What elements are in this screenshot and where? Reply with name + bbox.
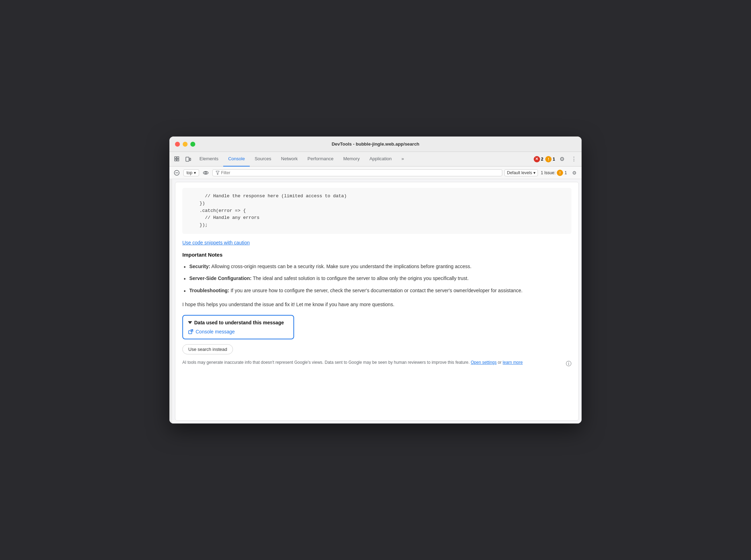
closing-text: I hope this helps you understand the iss… (182, 301, 571, 308)
learn-more-link[interactable]: learn more (503, 360, 523, 365)
console-message-link[interactable]: Console message (188, 329, 289, 334)
issue-count: 1 (564, 170, 567, 175)
note-text-security: Allowing cross-origin requests can be a … (210, 264, 472, 269)
triangle-down-icon (188, 321, 192, 324)
filter-input-wrap[interactable] (212, 169, 503, 176)
list-item: Security: Allowing cross-origin requests… (182, 263, 571, 270)
list-item: Troubleshooting: If you are unsure how t… (182, 287, 571, 294)
device-toggle-btn[interactable] (183, 154, 193, 164)
window-title: DevTools - bubble-jingle.web.app/search (331, 141, 419, 147)
default-levels-dropdown[interactable]: Default levels ▾ (504, 169, 538, 176)
data-used-title: Data used to understand this message (194, 320, 284, 325)
tab-sources[interactable]: Sources (250, 152, 276, 167)
warn-count-badge[interactable]: ! 1 (545, 156, 555, 162)
svg-rect-5 (190, 158, 191, 161)
cursor-icon-btn[interactable] (172, 154, 182, 164)
console-toolbar: top ▾ Default levels ▾ 1 Issue: ! 1 (169, 167, 582, 179)
note-text-troubleshoot: If you are unsure how to configure the s… (229, 288, 523, 293)
devtools-window: DevTools - bubble-jingle.web.app/search … (169, 137, 582, 423)
svg-rect-1 (177, 157, 179, 159)
data-used-box: Data used to understand this message Con… (182, 315, 294, 339)
clear-console-btn[interactable] (172, 168, 181, 177)
important-notes-title: Important Notes (182, 252, 571, 258)
chevron-down-icon2: ▾ (533, 170, 535, 175)
warn-icon: ! (545, 156, 552, 162)
open-settings-link[interactable]: Open settings (471, 360, 497, 365)
tab-console[interactable]: Console (223, 152, 250, 167)
disclaimer-main: AI tools may generate inaccurate info th… (182, 360, 469, 365)
chevron-down-icon: ▾ (194, 170, 196, 175)
caution-link[interactable]: Use code snippets with caution (182, 240, 250, 245)
left-sidebar (169, 179, 172, 423)
note-label-security: Security: (189, 264, 210, 269)
issue-label: 1 Issue: (541, 170, 555, 175)
console-message-label: Console message (196, 329, 235, 334)
minimize-button[interactable] (183, 142, 188, 147)
svg-rect-4 (186, 157, 189, 161)
notes-list: Security: Allowing cross-origin requests… (182, 263, 571, 294)
issue-badge[interactable]: 1 Issue: ! 1 (541, 170, 567, 176)
svg-rect-2 (175, 159, 176, 161)
maximize-button[interactable] (190, 142, 195, 147)
note-label-troubleshoot: Troubleshooting: (189, 288, 229, 293)
filter-input[interactable] (221, 170, 500, 175)
note-label-server: Server-Side Configuration: (189, 275, 251, 281)
main-content-area: // Handle the response here (limited acc… (175, 182, 579, 421)
titlebar: DevTools - bubble-jingle.web.app/search (169, 137, 582, 152)
default-levels-label: Default levels (507, 170, 532, 175)
eye-filter-btn[interactable] (201, 168, 210, 177)
console-content: // Handle the response here (limited acc… (169, 179, 582, 423)
info-icon[interactable]: ⓘ (566, 359, 571, 368)
disclaimer-or: or (498, 360, 503, 365)
tab-performance[interactable]: Performance (302, 152, 338, 167)
tab-list: Elements Console Sources Network Perform… (195, 152, 532, 167)
filter-icon (216, 171, 220, 175)
note-text-server: The ideal and safest solution is to conf… (251, 275, 469, 281)
toolbar-right: ✕ 2 ! 1 ⚙ ⋮ (534, 154, 579, 164)
error-count: 2 (541, 157, 544, 162)
tab-elements[interactable]: Elements (195, 152, 223, 167)
devtools-toolbar: Elements Console Sources Network Perform… (169, 152, 582, 167)
context-selector[interactable]: top ▾ (183, 169, 199, 176)
list-item: Server-Side Configuration: The ideal and… (182, 274, 571, 282)
tab-network[interactable]: Network (276, 152, 303, 167)
code-block: // Handle the response here (limited acc… (182, 188, 571, 234)
console-settings-btn[interactable]: ⚙ (570, 168, 579, 177)
use-search-btn[interactable]: Use search instead (182, 344, 233, 354)
data-used-header[interactable]: Data used to understand this message (188, 320, 289, 325)
disclaimer-text: AI tools may generate inaccurate info th… (182, 359, 571, 366)
traffic-lights (175, 142, 195, 147)
context-label: top (187, 170, 192, 175)
svg-marker-10 (216, 171, 219, 175)
console-right: Default levels ▾ 1 Issue: ! 1 ⚙ (504, 168, 579, 177)
error-count-badge[interactable]: ✕ 2 (534, 156, 544, 162)
settings-btn[interactable]: ⚙ (557, 154, 567, 164)
svg-point-9 (205, 172, 206, 174)
tab-memory[interactable]: Memory (338, 152, 365, 167)
svg-rect-3 (177, 159, 179, 161)
error-icon: ✕ (534, 156, 540, 162)
issue-warn-icon: ! (557, 170, 563, 176)
close-button[interactable] (175, 142, 180, 147)
more-options-btn[interactable]: ⋮ (569, 154, 579, 164)
warn-count: 1 (553, 157, 555, 162)
tab-more[interactable]: » (396, 152, 409, 167)
svg-rect-0 (175, 157, 176, 159)
tab-application[interactable]: Application (365, 152, 397, 167)
external-link-icon (188, 329, 194, 334)
